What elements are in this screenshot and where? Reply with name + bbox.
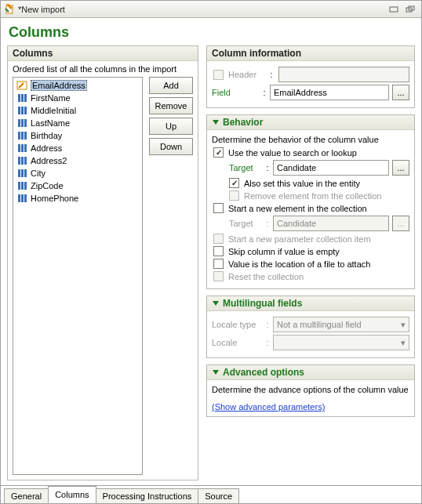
- chevron-down-icon: ▾: [401, 338, 406, 348]
- show-advanced-link[interactable]: (Show advanced parameters): [212, 402, 325, 412]
- multilingual-group: Multilingual fields Locale type : Not a …: [206, 296, 415, 358]
- remove-button[interactable]: Remove: [149, 97, 193, 114]
- target1-input[interactable]: [273, 160, 389, 176]
- maximize-button[interactable]: [404, 4, 418, 15]
- column-icon: [16, 194, 27, 203]
- editor-window: *New import Columns Columns Ordered list…: [0, 0, 422, 504]
- behavior-note: Determine the behavior of the column val…: [212, 135, 409, 144]
- start-param-checkbox: Start a new parameter collection item: [213, 234, 409, 244]
- locale-combo: ▾: [273, 335, 409, 350]
- columns-group-header: Columns: [8, 46, 198, 61]
- twistie-down-icon: [212, 118, 220, 126]
- twistie-down-icon: [212, 368, 220, 376]
- column-list[interactable]: EmailAddressFirstNameMiddleInitialLastNa…: [13, 77, 143, 475]
- also-set-checkbox[interactable]: Also set this value in the entity: [229, 178, 409, 188]
- field-input[interactable]: [270, 85, 389, 100]
- locale-label: Locale: [212, 338, 262, 347]
- svg-rect-27: [21, 182, 24, 190]
- advanced-note: Determine the advance options of the col…: [212, 385, 409, 394]
- reset-collection-checkbox: Reset the collection: [213, 271, 409, 281]
- list-item-label: LastName: [31, 118, 70, 128]
- down-button[interactable]: Down: [149, 138, 193, 155]
- column-icon: [16, 106, 27, 115]
- skip-empty-checkbox[interactable]: Skip column if value is empty: [213, 246, 409, 256]
- up-button[interactable]: Up: [149, 118, 193, 135]
- list-item[interactable]: Address2: [13, 154, 142, 167]
- target2-label: Target: [229, 219, 262, 228]
- list-item[interactable]: City: [13, 167, 142, 179]
- list-item[interactable]: Birthday: [13, 129, 142, 142]
- minimize-button[interactable]: [387, 4, 401, 15]
- svg-rect-9: [21, 107, 24, 114]
- svg-rect-28: [24, 182, 27, 190]
- advanced-group: Advanced options Determine the advance o…: [206, 364, 415, 417]
- start-new-checkbox[interactable]: Start a new element in the collection: [213, 203, 409, 213]
- list-item-label: City: [31, 169, 45, 178]
- header-checkbox-row: Header :: [213, 67, 409, 82]
- list-item-label: HomePhone: [31, 194, 78, 203]
- import-file-icon: [4, 4, 15, 15]
- columns-subtitle: Ordered list of all the columns in the i…: [13, 64, 193, 74]
- add-button[interactable]: Add: [149, 77, 193, 94]
- svg-rect-25: [24, 169, 27, 177]
- field-browse-button[interactable]: ...: [392, 85, 409, 100]
- column-icon: [16, 156, 27, 165]
- column-info-group: Column information Header : Field :: [206, 45, 415, 108]
- svg-rect-21: [21, 157, 24, 165]
- list-item[interactable]: FirstName: [13, 92, 142, 104]
- svg-rect-17: [18, 144, 20, 152]
- list-item[interactable]: Address: [13, 142, 142, 154]
- multilingual-header[interactable]: Multilingual fields: [207, 296, 414, 311]
- tab-source[interactable]: Source: [198, 488, 239, 504]
- svg-rect-26: [18, 182, 20, 190]
- page-title: Columns: [9, 24, 415, 41]
- tab-columns[interactable]: Columns: [48, 486, 96, 503]
- list-item-label: MiddleInitial: [31, 106, 76, 115]
- behavior-header[interactable]: Behavior: [207, 115, 414, 130]
- page-content: Columns Columns Ordered list of all the …: [1, 18, 421, 485]
- svg-rect-15: [21, 132, 24, 140]
- svg-rect-6: [21, 94, 24, 102]
- chevron-down-icon: ▾: [401, 320, 406, 330]
- svg-rect-11: [18, 119, 20, 127]
- column-icon: [16, 169, 27, 178]
- column-icon: [16, 143, 27, 153]
- list-item[interactable]: LastName: [13, 117, 142, 129]
- svg-rect-16: [24, 132, 27, 140]
- column-icon: [16, 93, 27, 103]
- list-item[interactable]: EmailAddress: [13, 79, 142, 92]
- window-title: *New import: [18, 5, 387, 14]
- svg-rect-24: [21, 169, 24, 177]
- field-label: Field: [212, 88, 259, 97]
- list-item-label: Address2: [31, 156, 67, 165]
- target2-input: [273, 216, 389, 231]
- list-item[interactable]: HomePhone: [13, 192, 142, 205]
- column-icon: [16, 181, 27, 190]
- svg-rect-31: [24, 194, 27, 202]
- target2-browse-button: ...: [392, 216, 409, 231]
- svg-rect-14: [18, 132, 20, 140]
- use-search-checkbox[interactable]: Use the value to search or lookup: [213, 147, 409, 158]
- list-item[interactable]: ZipCode: [13, 179, 142, 192]
- svg-rect-12: [21, 119, 24, 127]
- list-item-label: ZipCode: [31, 181, 64, 190]
- file-location-checkbox[interactable]: Value is the location of a file to attac…: [213, 259, 409, 269]
- list-item[interactable]: MiddleInitial: [13, 104, 142, 117]
- svg-rect-22: [24, 157, 27, 165]
- svg-rect-18: [21, 144, 24, 152]
- header-input: [278, 67, 409, 82]
- bottom-tabs: GeneralColumnsProcessing InstructionsSou…: [1, 485, 421, 503]
- svg-rect-30: [21, 194, 24, 202]
- header-checkbox: [213, 70, 224, 80]
- remove-element-checkbox: Remove element from the collection: [229, 190, 409, 201]
- pencil-icon: [16, 81, 27, 90]
- tab-general[interactable]: General: [4, 488, 49, 504]
- locale-type-combo: Not a multilingual field ▾: [273, 317, 409, 332]
- tab-processing-instructions[interactable]: Processing Instructions: [96, 488, 199, 504]
- target1-browse-button[interactable]: ...: [392, 160, 409, 176]
- advanced-header[interactable]: Advanced options: [207, 365, 414, 380]
- column-icon: [16, 131, 27, 140]
- list-item-label: Birthday: [31, 131, 62, 140]
- list-item-label: FirstName: [31, 93, 71, 103]
- svg-rect-7: [24, 94, 27, 102]
